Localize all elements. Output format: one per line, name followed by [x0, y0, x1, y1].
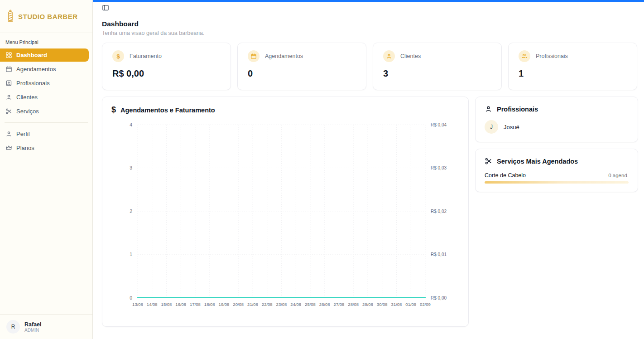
- sidebar-item-perfil[interactable]: Perfil: [0, 127, 89, 140]
- stat-label: Faturamento: [130, 53, 162, 59]
- sidebar-item-label: Serviços: [16, 108, 39, 115]
- user-icon: [383, 50, 395, 62]
- service-row: Corte de Cabelo0 agend.: [485, 172, 629, 179]
- page-subtitle: Tenha uma visão geral da sua barbearia.: [102, 30, 637, 36]
- right-column: Profissionais JJosué: [475, 97, 638, 192]
- svg-text:26/08: 26/08: [319, 302, 330, 307]
- app-root: STUDIO BARBER Menu Principal DashboardAg…: [0, 0, 644, 339]
- svg-text:R$ 0,02: R$ 0,02: [431, 209, 447, 214]
- stat-card-profissionais: Profissionais1: [508, 43, 637, 90]
- stat-value: 0: [248, 68, 356, 79]
- sidebar-item-label: Dashboard: [16, 52, 47, 58]
- logo-text: STUDIO BARBER: [18, 13, 78, 20]
- page-title: Dashboard: [102, 20, 637, 28]
- stat-card-faturamento: $FaturamentoR$ 0,00: [102, 43, 231, 90]
- sidebar-item-profissionais[interactable]: Profissionais: [0, 77, 89, 90]
- services-list: Corte de Cabelo0 agend.: [485, 172, 629, 184]
- sidebar-item-label: Perfil: [16, 131, 30, 137]
- stat-card-header: Agendamentos: [248, 50, 356, 62]
- professional-list-item[interactable]: JJosué: [485, 120, 629, 134]
- sidebar-item-label: Agendamentos: [16, 66, 56, 73]
- svg-text:R$ 0,00: R$ 0,00: [431, 295, 447, 300]
- user-avatar: R: [6, 320, 20, 334]
- stats-row: $FaturamentoR$ 0,00Agendamentos0Clientes…: [102, 43, 637, 90]
- svg-text:21/08: 21/08: [247, 302, 258, 307]
- toggle-row: [93, 2, 644, 14]
- sidebar-item-label: Planos: [16, 145, 34, 151]
- svg-text:R$ 0,03: R$ 0,03: [431, 165, 447, 170]
- svg-text:20/08: 20/08: [233, 302, 244, 307]
- sidebar-secondary-menu: PerfilPlanos: [0, 127, 92, 155]
- professionals-card-title: Profissionais: [497, 106, 538, 113]
- user-role: ADMIN: [24, 328, 42, 333]
- sidebar-item-label: Profissionais: [16, 80, 50, 87]
- calendar-icon: [5, 66, 12, 73]
- svg-text:18/08: 18/08: [204, 302, 215, 307]
- calendar-icon: [248, 50, 260, 62]
- user-icon: [5, 94, 12, 101]
- service-count: 0 agend.: [608, 173, 629, 178]
- profile-icon: [5, 131, 12, 137]
- sidebar-item-clientes[interactable]: Clientes: [0, 91, 89, 104]
- sidebar-item-agendamentos[interactable]: Agendamentos: [0, 63, 89, 76]
- chart-card-title: Agendamentos e Faturamento: [120, 107, 215, 114]
- service-progress-bar: [485, 181, 629, 184]
- menu-section-label: Menu Principal: [0, 33, 92, 48]
- svg-text:16/08: 16/08: [175, 302, 186, 307]
- stat-label: Agendamentos: [265, 53, 303, 59]
- svg-text:R$ 0,01: R$ 0,01: [431, 252, 447, 257]
- sidebar-user[interactable]: R Rafael ADMIN: [0, 314, 92, 339]
- svg-text:31/08: 31/08: [391, 302, 402, 307]
- users-icon: [519, 50, 530, 62]
- sidebar-toggle-button[interactable]: [102, 4, 109, 11]
- svg-text:17/08: 17/08: [190, 302, 201, 307]
- service-list-item: Corte de Cabelo0 agend.: [485, 172, 629, 184]
- sidebar-logo: STUDIO BARBER: [0, 0, 92, 33]
- professionals-card: Profissionais JJosué: [475, 97, 638, 142]
- professionals-list: JJosué: [485, 120, 629, 134]
- stat-card-header: $Faturamento: [112, 50, 221, 62]
- stat-card-header: Clientes: [383, 50, 491, 62]
- stat-value: R$ 0,00: [112, 68, 221, 79]
- content: Dashboard Tenha uma visão geral da sua b…: [93, 14, 644, 327]
- svg-text:19/08: 19/08: [219, 302, 230, 307]
- svg-text:3: 3: [130, 165, 132, 170]
- sidebar-item-dashboard[interactable]: Dashboard: [0, 48, 89, 62]
- svg-text:25/08: 25/08: [305, 302, 316, 307]
- user-icon: [485, 105, 492, 113]
- chart-card: $ Agendamentos e Faturamento 01234R$ 0,0…: [102, 97, 469, 327]
- svg-text:28/08: 28/08: [348, 302, 359, 307]
- svg-text:13/08: 13/08: [132, 302, 143, 307]
- grid-icon: [5, 52, 12, 58]
- svg-text:15/08: 15/08: [161, 302, 172, 307]
- professional-name: Josué: [504, 124, 519, 131]
- user-info: Rafael ADMIN: [24, 321, 42, 333]
- main-area: Dashboard Tenha uma visão geral da sua b…: [93, 0, 644, 339]
- svg-text:R$ 0,04: R$ 0,04: [431, 122, 447, 127]
- dollar-icon: $: [111, 105, 116, 115]
- sidebar-item-planos[interactable]: Planos: [0, 141, 89, 155]
- professional-avatar: J: [485, 120, 498, 134]
- sidebar-item-servicos[interactable]: Serviços: [0, 105, 89, 118]
- stat-value: 3: [383, 68, 491, 79]
- badge-icon: [5, 80, 12, 87]
- svg-text:29/08: 29/08: [362, 302, 373, 307]
- top-services-card: Serviços Mais Agendados Corte de Cabelo0…: [475, 149, 638, 192]
- line-chart: 01234R$ 0,00R$ 0,01R$ 0,02R$ 0,03R$ 0,04…: [111, 117, 459, 317]
- crown-icon: [5, 145, 12, 151]
- svg-text:24/08: 24/08: [290, 302, 301, 307]
- svg-text:27/08: 27/08: [334, 302, 345, 307]
- service-name: Corte de Cabelo: [485, 172, 526, 179]
- svg-text:01/09: 01/09: [405, 302, 416, 307]
- svg-text:02/09: 02/09: [420, 302, 431, 307]
- svg-text:2: 2: [130, 208, 132, 214]
- svg-text:22/08: 22/08: [262, 302, 273, 307]
- top-services-card-header: Serviços Mais Agendados: [485, 157, 629, 165]
- content-row: $ Agendamentos e Faturamento 01234R$ 0,0…: [102, 97, 637, 327]
- svg-text:23/08: 23/08: [276, 302, 287, 307]
- svg-text:0: 0: [130, 295, 132, 300]
- stat-label: Clientes: [400, 53, 421, 59]
- stat-card-agendamentos: Agendamentos0: [237, 43, 366, 90]
- stat-card-header: Profissionais: [519, 50, 627, 62]
- sidebar-menu: DashboardAgendamentosProfissionaisClient…: [0, 48, 92, 118]
